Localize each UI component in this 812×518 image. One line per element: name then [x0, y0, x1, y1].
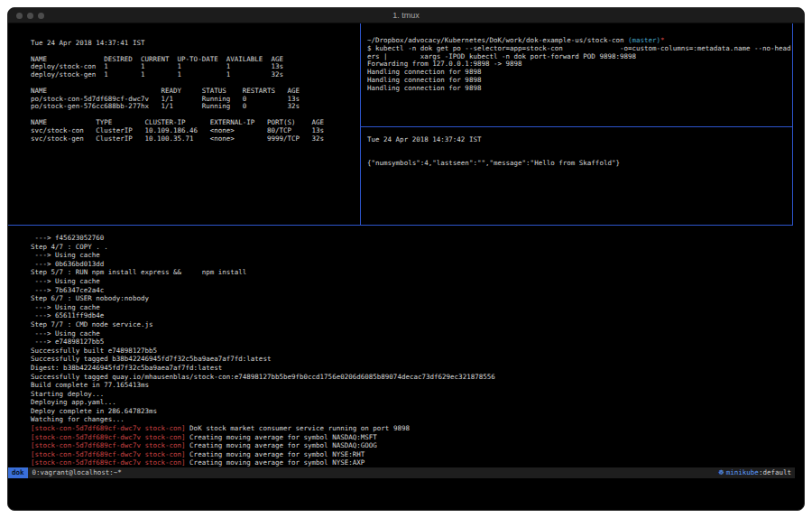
terminal-line: svc/stock-gen ClusterIP 10.100.35.71 <no…: [31, 135, 360, 143]
terminal-line: Watching for changes...: [31, 415, 793, 424]
terminal-line: [stock-con-5d7df689cf-dwc7v stock-con] C…: [31, 433, 793, 442]
terminal-line: ---> 7b6347ce2a4c: [31, 286, 793, 295]
terminal-line: ---> Using cache: [31, 277, 793, 286]
terminal-line: [367, 144, 792, 153]
terminal-line: Build complete in 77.165413ms: [31, 381, 793, 390]
terminal-line: ---> 65611ff9db4e: [31, 311, 793, 320]
window-titlebar[interactable]: 1. tmux: [8, 8, 804, 23]
pane-curl-output[interactable]: Tue 24 Apr 2018 14:37:42 IST {"numsymbol…: [361, 127, 792, 225]
terminal-line: Tue 24 Apr 2018 14:37:42 IST: [367, 136, 792, 144]
kube-cluster-name: minikube: [726, 468, 759, 476]
terminal-line: Handling connection for 9898: [367, 85, 792, 93]
pane-skaffold-log[interactable]: ---> f45623052760Step 4/7 : COPY . . ---…: [8, 226, 793, 467]
terminal-line: Successfully tagged quay.io/mhausenblas/…: [31, 373, 793, 382]
kubernetes-context-icon: ☸: [718, 468, 724, 476]
terminal-line: Successfully built e74898127bb5: [31, 347, 793, 356]
tmux-window-item[interactable]: 0:vagrant@localhost:~*: [32, 467, 122, 478]
terminal-window: 1. tmux Tue 24 Apr 2018 14:37:41 IST NAM…: [7, 7, 805, 511]
terminal-line: [stock-con-5d7df689cf-dwc7v stock-con] D…: [31, 424, 793, 433]
terminal-line: [stock-con-5d7df689cf-dwc7v stock-con] C…: [31, 450, 793, 459]
terminal-line: Starting deploy...: [31, 390, 793, 399]
close-button[interactable]: [16, 13, 23, 19]
pane-border-vertical-right: [792, 23, 793, 225]
terminal-line: ---> Using cache: [31, 329, 793, 338]
kube-namespace: :default: [759, 468, 791, 476]
terminal-line: Step 6/7 : USER nobody:nobody: [31, 294, 793, 303]
pane-port-forward[interactable]: ~/Dropbox/advocacy/Kubernetes/DoK/work/d…: [361, 23, 792, 126]
tmux-status-right: ☸minikube:default: [718, 467, 791, 478]
terminal-line: Tue 24 Apr 2018 14:37:41 IST: [31, 40, 360, 48]
terminal-line: ---> 0b636bd013dd: [31, 260, 793, 269]
terminal-line: [stock-con-5d7df689cf-dwc7v stock-con] C…: [31, 441, 793, 450]
zoom-button[interactable]: [38, 13, 44, 19]
terminal-line: Step 7/7 : CMD node service.js: [31, 320, 793, 329]
terminal-line: ---> e74898127bb5: [31, 338, 793, 347]
terminal-line: ---> f45623052760: [31, 234, 793, 243]
tmux-session-name[interactable]: dok: [8, 467, 28, 478]
terminal-line: [stock-con-5d7df689cf-dwc7v stock-con] C…: [31, 458, 793, 467]
terminal-line: Step 5/7 : RUN npm install express && np…: [31, 268, 793, 277]
pane-kubectl-watch-output[interactable]: Tue 24 Apr 2018 14:37:41 IST NAME DESIRE…: [8, 23, 360, 225]
terminal-line: ---> Using cache: [31, 303, 793, 312]
terminal-line: Deploying app.yaml...: [31, 398, 793, 407]
terminal-line: {"numsymbols":4,"lastseen":"","message":…: [367, 160, 792, 168]
desktop-background: 1. tmux Tue 24 Apr 2018 14:37:41 IST NAM…: [0, 0, 812, 518]
tmux-status-bar: dok 0:vagrant@localhost:~* ☸minikube:def…: [8, 467, 795, 478]
traffic-lights: [16, 13, 44, 19]
terminal-line: po/stock-gen-576cc688bb-277hx 1/1 Runnin…: [31, 103, 360, 111]
terminal-line: Deploy complete in 286.647823ms: [31, 407, 793, 416]
minimize-button[interactable]: [27, 13, 33, 19]
terminal-line: Successfully tagged b38b42246945fd7f32c5…: [31, 355, 793, 364]
terminal-line: Digest: b38b42246945fd7f32c5ba9aea7af7fd…: [31, 364, 793, 373]
terminal-line: deploy/stock-gen 1 1 1 1 32s: [31, 71, 360, 79]
terminal-line: Step 4/7 : COPY . .: [31, 243, 793, 252]
window-title: 1. tmux: [8, 8, 804, 23]
terminal-line: ---> Using cache: [31, 251, 793, 260]
